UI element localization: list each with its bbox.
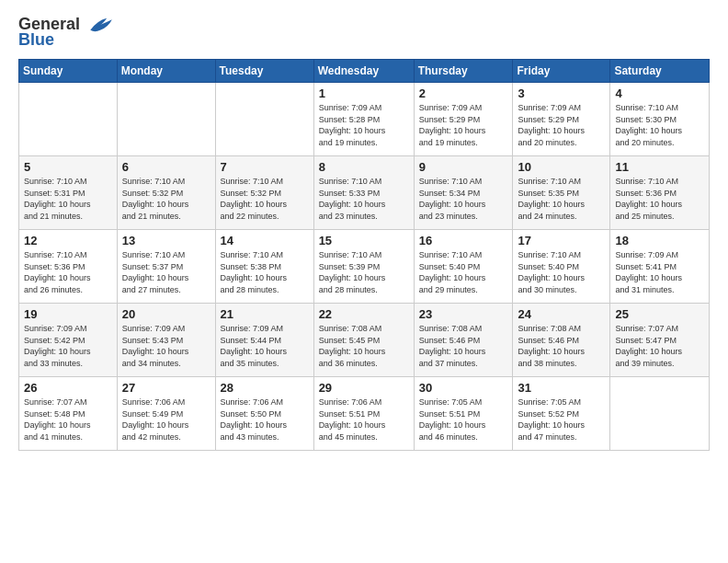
cell-info-text: Sunrise: 7:10 AM Sunset: 5:40 PM Dayligh… <box>419 249 508 295</box>
cell-day-number: 16 <box>419 234 508 247</box>
calendar-cell <box>19 83 118 156</box>
calendar-cell: 13Sunrise: 7:10 AM Sunset: 5:37 PM Dayli… <box>117 230 215 304</box>
calendar-cell: 10Sunrise: 7:10 AM Sunset: 5:35 PM Dayli… <box>513 156 610 230</box>
cell-info-text: Sunrise: 7:09 AM Sunset: 5:28 PM Dayligh… <box>319 102 409 148</box>
calendar-cell: 17Sunrise: 7:10 AM Sunset: 5:40 PM Dayli… <box>513 230 610 304</box>
calendar-cell: 7Sunrise: 7:10 AM Sunset: 5:32 PM Daylig… <box>215 156 313 230</box>
weekday-header-friday: Friday <box>513 60 610 83</box>
cell-day-number: 15 <box>319 234 409 247</box>
cell-day-number: 29 <box>319 381 409 395</box>
cell-day-number: 25 <box>615 307 704 321</box>
calendar-cell: 20Sunrise: 7:09 AM Sunset: 5:43 PM Dayli… <box>117 304 215 377</box>
cell-day-number: 8 <box>319 160 409 174</box>
logo-blue-text: Blue <box>18 30 54 50</box>
page: General Blue SundayMondayTuesdayWednesda… <box>0 0 728 563</box>
cell-info-text: Sunrise: 7:06 AM Sunset: 5:50 PM Dayligh… <box>221 396 309 442</box>
cell-info-text: Sunrise: 7:05 AM Sunset: 5:51 PM Dayligh… <box>419 396 508 442</box>
logo-bird-icon <box>86 16 114 34</box>
cell-info-text: Sunrise: 7:10 AM Sunset: 5:36 PM Dayligh… <box>615 176 704 222</box>
weekday-header-saturday: Saturday <box>610 60 710 83</box>
cell-day-number: 21 <box>221 307 309 321</box>
calendar-week-row: 12Sunrise: 7:10 AM Sunset: 5:36 PM Dayli… <box>19 230 710 304</box>
calendar-cell <box>215 83 313 156</box>
cell-info-text: Sunrise: 7:09 AM Sunset: 5:44 PM Dayligh… <box>221 323 309 369</box>
cell-day-number: 11 <box>615 160 704 174</box>
cell-day-number: 5 <box>24 160 112 174</box>
cell-info-text: Sunrise: 7:10 AM Sunset: 5:30 PM Dayligh… <box>615 102 704 148</box>
calendar-cell: 5Sunrise: 7:10 AM Sunset: 5:31 PM Daylig… <box>19 156 118 230</box>
cell-day-number: 24 <box>518 307 605 321</box>
calendar-week-row: 26Sunrise: 7:07 AM Sunset: 5:48 PM Dayli… <box>19 377 710 451</box>
cell-day-number: 12 <box>24 234 112 247</box>
cell-day-number: 13 <box>122 234 210 247</box>
calendar-cell: 24Sunrise: 7:08 AM Sunset: 5:46 PM Dayli… <box>513 304 610 377</box>
cell-info-text: Sunrise: 7:10 AM Sunset: 5:39 PM Dayligh… <box>319 249 409 295</box>
cell-info-text: Sunrise: 7:10 AM Sunset: 5:36 PM Dayligh… <box>24 249 112 295</box>
cell-info-text: Sunrise: 7:09 AM Sunset: 5:41 PM Dayligh… <box>615 249 704 295</box>
calendar-cell: 25Sunrise: 7:07 AM Sunset: 5:47 PM Dayli… <box>610 304 710 377</box>
calendar-cell: 12Sunrise: 7:10 AM Sunset: 5:36 PM Dayli… <box>19 230 118 304</box>
cell-day-number: 27 <box>122 381 210 395</box>
calendar-cell <box>117 83 215 156</box>
calendar-cell: 28Sunrise: 7:06 AM Sunset: 5:50 PM Dayli… <box>215 377 313 451</box>
calendar-cell: 6Sunrise: 7:10 AM Sunset: 5:32 PM Daylig… <box>117 156 215 230</box>
cell-info-text: Sunrise: 7:09 AM Sunset: 5:29 PM Dayligh… <box>419 102 508 148</box>
calendar-cell: 29Sunrise: 7:06 AM Sunset: 5:51 PM Dayli… <box>313 377 414 451</box>
cell-info-text: Sunrise: 7:10 AM Sunset: 5:33 PM Dayligh… <box>319 176 409 222</box>
calendar-cell: 1Sunrise: 7:09 AM Sunset: 5:28 PM Daylig… <box>313 83 414 156</box>
calendar-cell: 14Sunrise: 7:10 AM Sunset: 5:38 PM Dayli… <box>215 230 313 304</box>
calendar-table: SundayMondayTuesdayWednesdayThursdayFrid… <box>18 59 710 451</box>
calendar-cell: 27Sunrise: 7:06 AM Sunset: 5:49 PM Dayli… <box>117 377 215 451</box>
calendar-header: SundayMondayTuesdayWednesdayThursdayFrid… <box>19 60 710 83</box>
calendar-cell: 21Sunrise: 7:09 AM Sunset: 5:44 PM Dayli… <box>215 304 313 377</box>
calendar-cell: 16Sunrise: 7:10 AM Sunset: 5:40 PM Dayli… <box>414 230 513 304</box>
calendar-body: 1Sunrise: 7:09 AM Sunset: 5:28 PM Daylig… <box>19 83 710 451</box>
weekday-header-sunday: Sunday <box>19 60 118 83</box>
cell-info-text: Sunrise: 7:07 AM Sunset: 5:48 PM Dayligh… <box>24 396 112 442</box>
calendar-cell: 23Sunrise: 7:08 AM Sunset: 5:46 PM Dayli… <box>414 304 513 377</box>
weekday-header-thursday: Thursday <box>414 60 513 83</box>
cell-info-text: Sunrise: 7:06 AM Sunset: 5:51 PM Dayligh… <box>319 396 409 442</box>
calendar-cell: 8Sunrise: 7:10 AM Sunset: 5:33 PM Daylig… <box>313 156 414 230</box>
weekday-header-tuesday: Tuesday <box>215 60 313 83</box>
cell-info-text: Sunrise: 7:10 AM Sunset: 5:32 PM Dayligh… <box>221 176 309 222</box>
calendar-cell: 2Sunrise: 7:09 AM Sunset: 5:29 PM Daylig… <box>414 83 513 156</box>
weekday-header-wednesday: Wednesday <box>313 60 414 83</box>
cell-day-number: 17 <box>518 234 605 247</box>
cell-info-text: Sunrise: 7:10 AM Sunset: 5:35 PM Dayligh… <box>518 176 605 222</box>
header: General Blue <box>18 15 710 50</box>
calendar-cell: 31Sunrise: 7:05 AM Sunset: 5:52 PM Dayli… <box>513 377 610 451</box>
calendar-week-row: 5Sunrise: 7:10 AM Sunset: 5:31 PM Daylig… <box>19 156 710 230</box>
cell-info-text: Sunrise: 7:10 AM Sunset: 5:37 PM Dayligh… <box>122 249 210 295</box>
cell-day-number: 30 <box>419 381 508 395</box>
cell-day-number: 22 <box>319 307 409 321</box>
cell-day-number: 1 <box>319 86 409 100</box>
calendar-cell: 3Sunrise: 7:09 AM Sunset: 5:29 PM Daylig… <box>513 83 610 156</box>
weekday-header-monday: Monday <box>117 60 215 83</box>
calendar-cell: 26Sunrise: 7:07 AM Sunset: 5:48 PM Dayli… <box>19 377 118 451</box>
calendar-cell: 15Sunrise: 7:10 AM Sunset: 5:39 PM Dayli… <box>313 230 414 304</box>
calendar-cell: 9Sunrise: 7:10 AM Sunset: 5:34 PM Daylig… <box>414 156 513 230</box>
calendar-cell: 11Sunrise: 7:10 AM Sunset: 5:36 PM Dayli… <box>610 156 710 230</box>
cell-day-number: 3 <box>518 86 605 100</box>
cell-info-text: Sunrise: 7:09 AM Sunset: 5:29 PM Dayligh… <box>518 102 605 148</box>
cell-info-text: Sunrise: 7:10 AM Sunset: 5:38 PM Dayligh… <box>221 249 309 295</box>
cell-day-number: 19 <box>24 307 112 321</box>
cell-day-number: 31 <box>518 381 605 395</box>
calendar-cell <box>610 377 710 451</box>
cell-day-number: 18 <box>615 234 704 247</box>
cell-day-number: 23 <box>419 307 508 321</box>
cell-info-text: Sunrise: 7:10 AM Sunset: 5:31 PM Dayligh… <box>24 176 112 222</box>
cell-day-number: 7 <box>221 160 309 174</box>
cell-info-text: Sunrise: 7:08 AM Sunset: 5:45 PM Dayligh… <box>319 323 409 369</box>
cell-day-number: 20 <box>122 307 210 321</box>
calendar-cell: 19Sunrise: 7:09 AM Sunset: 5:42 PM Dayli… <box>19 304 118 377</box>
calendar-cell: 22Sunrise: 7:08 AM Sunset: 5:45 PM Dayli… <box>313 304 414 377</box>
cell-day-number: 28 <box>221 381 309 395</box>
cell-info-text: Sunrise: 7:09 AM Sunset: 5:42 PM Dayligh… <box>24 323 112 369</box>
cell-day-number: 4 <box>615 86 704 100</box>
calendar-week-row: 1Sunrise: 7:09 AM Sunset: 5:28 PM Daylig… <box>19 83 710 156</box>
cell-info-text: Sunrise: 7:06 AM Sunset: 5:49 PM Dayligh… <box>122 396 210 442</box>
cell-info-text: Sunrise: 7:10 AM Sunset: 5:40 PM Dayligh… <box>518 249 605 295</box>
weekday-row: SundayMondayTuesdayWednesdayThursdayFrid… <box>19 60 710 83</box>
